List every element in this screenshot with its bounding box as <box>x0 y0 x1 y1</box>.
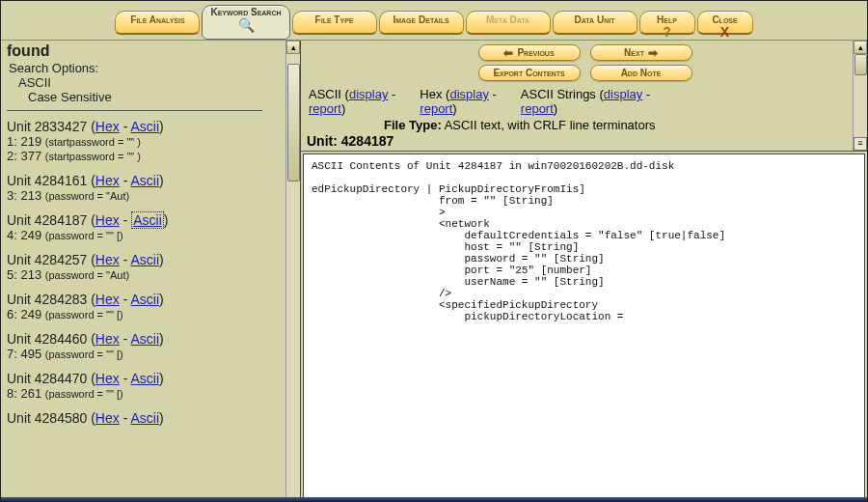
right-header-scrollbar[interactable]: ▴ ≡ <box>853 41 867 151</box>
hex-col: Hex (display - report) <box>420 87 497 116</box>
unit-title: Unit 4284470 (Hex - Ascii) <box>7 371 282 386</box>
content-body: edPickupDirectory | PickupDirectoryFromI… <box>312 183 725 322</box>
unit-id: Unit 4284580 <box>7 410 87 426</box>
unit-title: Unit 4284283 (Hex - Ascii) <box>7 292 282 307</box>
unit-id: Unit 4284187 <box>7 212 87 228</box>
ascii-strings-label: ASCII Strings <box>521 87 596 101</box>
unit-value: 4284187 <box>341 133 394 149</box>
unit-match-row: 6: 249 (password = "" [) <box>7 307 282 321</box>
hex-display-link[interactable]: display <box>449 87 488 101</box>
unit-id: Unit 4284283 <box>7 292 87 307</box>
unit-id: Unit 4284460 <box>7 331 87 347</box>
unit-ascii-link[interactable]: Ascii <box>130 331 159 347</box>
unit-hex-link[interactable]: Hex <box>95 331 120 347</box>
unit-match-row: 2: 377 (startpassword = "" ) <box>7 149 282 163</box>
next-label: Next <box>624 47 644 58</box>
tab-image-details[interactable]: Image Details <box>379 11 464 35</box>
left-pane: found Search Options: ASCII Case Sensiti… <box>1 41 301 500</box>
unit-match-row: 3: 213 (password = "Aut) <box>7 188 282 203</box>
unit-block: Unit 4284257 (Hex - Ascii)5: 213 (passwo… <box>7 252 282 282</box>
unit-hex-link[interactable]: Hex <box>95 252 120 267</box>
unit-title: Unit 4284580 (Hex - Ascii) <box>7 410 282 426</box>
scroll-up-icon[interactable]: ▴ <box>854 41 867 54</box>
unit-ascii-link[interactable]: Ascii <box>130 371 159 386</box>
divider <box>7 110 262 111</box>
unit-title: Unit 4284161 (Hex - Ascii) <box>7 173 282 188</box>
unit-title: Unit 4284460 (Hex - Ascii) <box>7 331 282 347</box>
content-header: ASCII Contents of Unit 4284187 in win700… <box>312 160 674 172</box>
unit-hex-link[interactable]: Hex <box>95 173 120 188</box>
ascii-strings-report-link[interactable]: report <box>521 101 554 116</box>
tab-help[interactable]: Help ? <box>639 11 695 35</box>
unit-block: Unit 4284580 (Hex - Ascii) <box>7 410 282 426</box>
top-tab-bar: File Analysis Keyword Search 🔍 File Type… <box>1 1 867 40</box>
unit-id: Unit 4284257 <box>7 252 87 267</box>
unit-hex-link[interactable]: Hex <box>95 212 120 228</box>
help-icon: ? <box>663 24 671 40</box>
right-pane: ▴ ≡ ⬅ Previous Next ➡ Export Contents <box>301 41 867 500</box>
file-type-label: File Type: <box>384 118 442 132</box>
close-icon: X <box>720 24 729 40</box>
window-bottom-border <box>1 497 867 501</box>
tab-file-analysis[interactable]: File Analysis <box>115 11 200 35</box>
ascii-strings-display-link[interactable]: display <box>604 87 642 101</box>
unit-id: Unit 4284161 <box>7 173 87 188</box>
file-type-value: ASCII text, with CRLF line terminators <box>445 118 656 132</box>
ascii-col: ASCII (display - report) <box>309 87 395 116</box>
add-note-button[interactable]: Add Note <box>590 65 692 81</box>
unit-hex-link[interactable]: Hex <box>95 119 120 134</box>
unit-ascii-link[interactable]: Ascii <box>131 211 164 229</box>
unit-title: Unit 4284187 (Hex - Ascii) <box>7 212 282 228</box>
unit-block: Unit 2833427 (Hex - Ascii)1: 219 (startp… <box>7 119 282 163</box>
next-button[interactable]: Next ➡ <box>590 44 692 61</box>
scroll-thumb[interactable] <box>287 64 300 181</box>
ascii-strings-col: ASCII Strings (display - report) <box>521 87 650 116</box>
previous-label: Previous <box>517 47 554 58</box>
search-option-ascii: ASCII <box>18 75 282 90</box>
search-options-label: Search Options: <box>9 61 282 75</box>
hex-label: Hex <box>420 87 442 101</box>
unit-id: Unit 2833427 <box>7 119 87 134</box>
unit-match-row: 4: 249 (password = "" [) <box>7 228 282 242</box>
unit-block: Unit 4284161 (Hex - Ascii)3: 213 (passwo… <box>7 173 282 203</box>
scroll-thumb[interactable] <box>854 54 867 75</box>
arrow-left-icon: ⬅ <box>503 48 513 58</box>
unit-ascii-link[interactable]: Ascii <box>130 292 159 307</box>
unit-label: Unit: <box>307 133 338 149</box>
unit-block: Unit 4284460 (Hex - Ascii)7: 495 (passwo… <box>7 331 282 361</box>
unit-ascii-link[interactable]: Ascii <box>130 119 159 134</box>
ascii-display-link[interactable]: display <box>349 87 388 101</box>
unit-title: Unit 4284257 (Hex - Ascii) <box>7 252 282 267</box>
ascii-label: ASCII <box>309 87 341 101</box>
unit-block: Unit 4284187 (Hex - Ascii)4: 249 (passwo… <box>7 212 282 242</box>
scroll-up-icon[interactable]: ▴ <box>286 41 300 54</box>
left-scrollbar[interactable]: ▴ <box>285 41 300 500</box>
unit-match-row: 8: 261 (password = "" [) <box>7 386 282 401</box>
ascii-content-area: ASCII Contents of Unit 4284187 in win700… <box>303 153 865 498</box>
hex-report-link[interactable]: report <box>420 101 452 116</box>
unit-ascii-link[interactable]: Ascii <box>130 252 159 267</box>
unit-block: Unit 4284283 (Hex - Ascii)6: 249 (passwo… <box>7 292 282 321</box>
tab-data-unit[interactable]: Data Unit <box>553 11 637 35</box>
unit-id: Unit 4284470 <box>7 371 87 386</box>
tab-meta-data[interactable]: Meta Data <box>466 11 551 35</box>
unit-ascii-link[interactable]: Ascii <box>130 173 159 188</box>
unit-match-row: 5: 213 (password = "Aut) <box>7 267 282 282</box>
unit-ascii-link[interactable]: Ascii <box>130 410 159 426</box>
tab-close[interactable]: Close X <box>697 11 753 35</box>
search-icon: 🔍 <box>238 19 255 31</box>
unit-title: Unit 2833427 (Hex - Ascii) <box>7 119 282 134</box>
search-option-case: Case Sensitive <box>28 90 282 104</box>
unit-hex-link[interactable]: Hex <box>95 410 120 426</box>
tab-keyword-search[interactable]: Keyword Search 🔍 <box>202 5 289 40</box>
arrow-right-icon: ➡ <box>648 48 658 58</box>
unit-hex-link[interactable]: Hex <box>95 292 120 307</box>
ascii-report-link[interactable]: report <box>309 101 341 116</box>
export-contents-button[interactable]: Export Contents <box>478 65 581 81</box>
unit-match-row: 1: 219 (startpassword = "" ) <box>7 134 282 149</box>
unit-match-row: 7: 495 (password = "" [) <box>7 347 282 361</box>
scroll-grip-icon: ≡ <box>854 137 867 151</box>
previous-button[interactable]: ⬅ Previous <box>478 44 581 61</box>
tab-file-type[interactable]: File Type <box>292 11 377 35</box>
unit-hex-link[interactable]: Hex <box>95 371 120 386</box>
